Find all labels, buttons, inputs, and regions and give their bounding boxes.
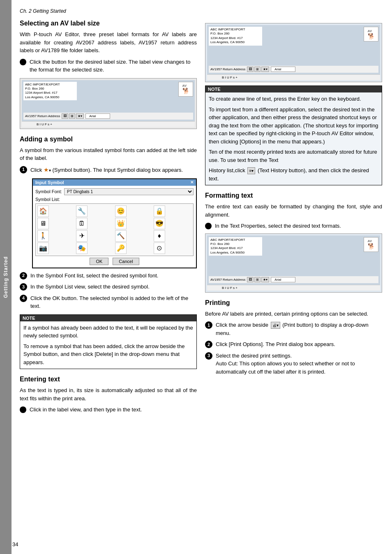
right-note-p4-text: History list,click [209,167,245,173]
symbol-cell-10[interactable]: 🔨 [115,230,127,242]
symbol-note-title: NOTE [20,315,196,321]
bullet-dot [20,59,26,65]
symbol-cell-2[interactable]: 😊 [115,205,127,217]
fmt-return-label: AV1957 Return Address [210,278,245,282]
r-tb-btn3: ★▾ [261,67,269,72]
formatting-screenshot-inner: ABC IMPORT/EXPORT P.O. Box 260 1234 Airp… [207,235,380,285]
r-tb-btn2: ⊞ [254,67,261,72]
entering-bullet-text: Click in the label view, and then type i… [30,406,197,414]
text-history-icon: ≡▾ [247,167,255,174]
symbol-note1: If a symbol has already been added to th… [23,324,193,340]
step1b-text: (Symbol button). The Input Symbol dialog… [52,167,183,173]
tb-btn3: ★▾ [76,113,84,119]
section-heading-formatting: Formatting text [205,192,382,199]
symbol-cell-7[interactable]: 😎 [154,218,165,229]
section-heading-symbol: Adding a symbol [20,136,197,143]
section-heading-entering: Entering text [20,376,197,383]
right-note-p2: To import text from a different applicat… [209,106,378,146]
print-step3-text: Select the desired print settings. Auto … [216,352,382,376]
selecting-bullet-text: Click the button for the desired label s… [30,58,197,74]
symbol-cell-1[interactable]: 🔧 [76,205,88,217]
print-step1-text: Click the arrow beside 🖨▾ (Print button)… [216,321,382,337]
dialog-font-row: Symbol Font: PT Dingbats 1 [35,188,194,195]
r-addr1: ABC IMPORT/EXPORT [210,28,261,32]
step-num-1: 1 [20,166,27,173]
step1-text: Click ★▾ (Symbol button). The Input Symb… [30,166,197,174]
formatting-bullet-dot [205,223,212,229]
fmt-addr3: 1234 Airport Blvd. #17 [210,246,261,250]
step3-text: In the Symbol List view, select the desi… [30,283,197,291]
dialog-symbollist-row: Symbol List: [35,197,194,202]
symbol-cell-14[interactable]: 🔑 [115,242,127,254]
symbol-step4: 4 Click the OK button. The selected symb… [20,294,197,310]
chapter-header: Ch. 2 Getting Started [20,8,197,14]
dialog-buttons: OK Cancel [35,258,194,265]
fmt-addr1: ABC IMPORT/EXPORT [210,238,261,242]
step4-text: Click the OK button. The selected symbol… [30,294,197,310]
fmt-av-logo: AV 🐕 [364,237,378,252]
symbol-step3: 3 In the Symbol List view, select the de… [20,283,197,291]
section-heading-selecting: Selecting an AV label size [20,20,197,27]
symbol-cell-6[interactable]: 👑 [115,218,127,229]
formatting-para: The entire text can easily be formatted … [205,203,382,219]
formatting-bullet-text: In the Text Properties, select the desir… [215,222,382,230]
symbol-step1: 1 Click ★▾ (Symbol button). The Input Sy… [20,166,197,174]
star-symbol-icon: ★ [44,166,49,173]
r-av-logo: AV 🐕 [364,27,378,42]
dialog-title-bar: Input Symbol ✕ [33,179,196,186]
dialog-ok-button[interactable]: OK [90,258,108,265]
symbol-cell-0[interactable]: 🏠 [37,205,49,217]
symbol-cell-11[interactable]: ♦ [154,230,165,242]
step2-text: In the Symbol Font list, select the desi… [30,272,197,280]
symbol-cell-15[interactable]: ⊙ [154,242,165,254]
symbol-note-box: NOTE If a symbol has already been added … [20,314,197,369]
dialog-body: Symbol Font: PT Dingbats 1 Symbol List: … [33,186,196,268]
step-num-2: 2 [20,272,27,279]
right-screenshot-inner: ABC IMPORT/EXPORT P.O. Box 260 1234 Airp… [207,25,380,74]
fmt-tb-btn3: ★▾ [261,277,269,282]
side-tab: Getting Started [0,0,12,554]
symbol-cell-3[interactable]: 🔒 [154,205,165,217]
step-num-4: 4 [20,295,27,302]
symbol-step2: 2 In the Symbol Font list, select the de… [20,272,197,280]
selecting-para: With P-touch AV Editor, three preset lab… [20,30,197,55]
formatting-bullet1: In the Text Properties, select the desir… [205,222,382,230]
print-step2-text: Click [Print Options]. The Print dialog … [216,340,382,349]
dialog-close-btn[interactable]: ✕ [190,180,194,185]
symbol-grid: 🏠 🔧 😊 🔒 🖥 🗓 👑 😎 🚶 ✈ 🔨 ♦ 📷 🎭 [35,203,194,256]
right-note-content: To create anew line of text, press the E… [205,92,382,185]
dialog-cancel-button[interactable]: Cancel [113,258,139,265]
r-tb-btn1: 🖼 [247,67,254,72]
addr4: Los Angeles, CA 90050 [25,95,75,99]
right-note-p4: History list,click ≡▾ (Text History butt… [209,166,378,182]
symbol-cell-12[interactable]: 📷 [37,242,49,254]
printing-step2: 2 Click [Print Options]. The Print dialo… [205,340,382,349]
right-screenshot-top: ABC IMPORT/EXPORT P.O. Box 260 1234 Airp… [205,23,382,82]
r-addr3: 1234 Airport Blvd. #17 [210,36,261,40]
entering-bullet1: Click in the label view, and then type i… [20,406,197,414]
screenshot-av-selector: ABC IMPORT/EXPORT P.O. Box 260 1234 Airp… [20,78,197,129]
return-label: AV1957 Return Address [25,114,60,118]
printing-step1: 1 Click the arrow beside 🖨▾ (Print butto… [205,321,382,337]
symbol-cell-5[interactable]: 🗓 [76,218,88,229]
right-note-p1: To create anew line of text, press the E… [209,95,378,103]
symbol-cell-13[interactable]: 🎭 [76,242,88,254]
font-select[interactable]: Arial [85,113,110,119]
symbol-cell-9[interactable]: ✈ [76,230,88,242]
dialog-font-label: Symbol Font: [35,189,64,194]
fmt-tb-btn2: ⊞ [254,277,261,282]
toolbar-area: AV1957 Return Address 🖼 ⊞ ★▾ Arial [23,113,193,120]
printing-step3: 3 Select the desired print settings. Aut… [205,352,382,376]
input-symbol-dialog: Input Symbol ✕ Symbol Font: PT Dingbats … [32,178,197,268]
r-font-select[interactable]: Arial [271,67,295,72]
right-note-box: NOTE To create anew line of text, press … [205,85,382,185]
fmt-font-select[interactable]: Arial [271,277,295,282]
symbol-cell-4[interactable]: 🖥 [37,218,49,229]
printing-para: Before AV labels are printed, certain pr… [205,310,382,318]
symbol-cell-8[interactable]: 🚶 [37,230,49,242]
dialog-font-select[interactable]: PT Dingbats 1 [64,188,194,195]
page-number: 34 [12,541,18,547]
fmt-formatting-bar: B I U F s + [207,285,380,291]
mini-toolbar: 🖼 ⊞ ★▾ [62,113,84,119]
av-logo: AV 🐕 [178,82,193,97]
